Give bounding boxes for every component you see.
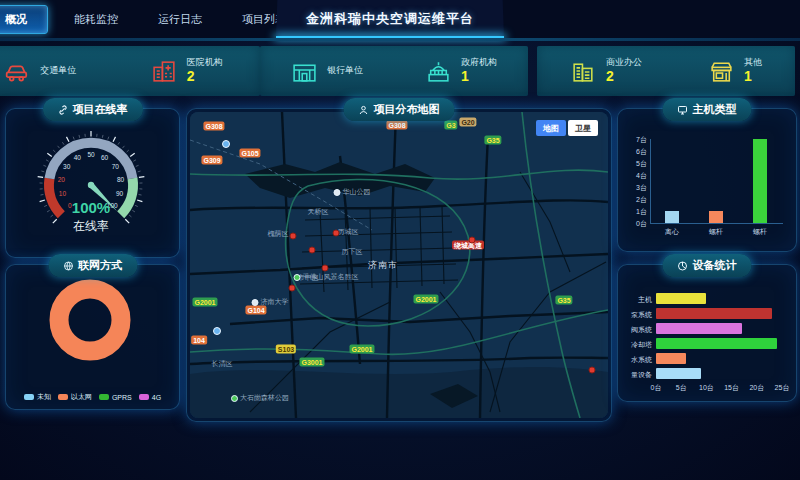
top-nav-bar: 概况能耗监控运行日志项目列表视频监控 金洲科瑞中央空调运维平台	[0, 0, 800, 38]
y-tick-label: 2台	[636, 195, 647, 205]
map-label-千佛山风景名胜区: 千佛山风景名胜区	[294, 272, 359, 282]
project-map[interactable]: G308G309G105G308G3G20G35绕城高速G35G2001G200…	[190, 112, 608, 418]
map-label-大石崮森林公园: 大石崮森林公园	[231, 393, 289, 403]
tab-运行日志[interactable]: 运行日志	[138, 0, 222, 38]
poi-dot	[334, 189, 341, 196]
stat-item-label: 医院机构	[187, 57, 223, 68]
tab-概况[interactable]: 概况	[0, 5, 48, 34]
stat-item-其他: 其他1	[708, 57, 762, 86]
legend-item-未知: 未知	[24, 392, 51, 402]
legend-label: 以太网	[71, 392, 92, 402]
map-label-长清区: 长清区	[212, 359, 233, 369]
stat-item-value: 1	[744, 68, 762, 86]
map-label-历下区: 历下区	[342, 247, 363, 257]
app-title: 金洲科瑞中央空调运维平台	[262, 0, 518, 37]
panel-network-type-header: 联网方式	[48, 254, 137, 277]
road-badge-G20: G20	[459, 118, 476, 127]
bar-螺杆	[753, 139, 767, 223]
row-label-量设备: 量设备	[631, 370, 652, 380]
project-marker[interactable]	[469, 237, 476, 244]
monitor-icon	[678, 105, 688, 115]
road-badge-104: 104	[191, 336, 207, 345]
project-marker[interactable]	[322, 265, 329, 272]
y-tick-label: 3台	[636, 183, 647, 193]
scenic-marker	[213, 327, 221, 335]
poi-dot	[294, 274, 301, 281]
row-label-水系统: 水系统	[631, 355, 652, 365]
panel-project-map-title: 项目分布地图	[374, 102, 440, 117]
globe-icon	[63, 261, 73, 271]
project-marker[interactable]	[289, 285, 296, 292]
svg-text:50: 50	[87, 151, 95, 158]
svg-text:40: 40	[74, 154, 82, 161]
panel-online-rate: 项目在线率 0102030405060708090100100%在线率	[5, 108, 180, 258]
poi-label: 济南大学	[261, 297, 289, 307]
stat-item-银行单位: 银行单位	[291, 58, 363, 85]
scenic-marker	[222, 140, 230, 148]
x-category-label: 离心	[665, 227, 679, 237]
y-tick-label: 6台	[636, 147, 647, 157]
road-badge-G308: G308	[203, 122, 224, 131]
hospital-icon	[151, 58, 178, 85]
map-label-华山公园: 华山公园	[334, 187, 371, 197]
map-mode-button-卫星[interactable]: 卫星	[568, 120, 598, 136]
stat-card: 交通单位医院机构2	[0, 46, 260, 96]
online-rate-gauge: 0102030405060708090100100%在线率	[6, 109, 179, 251]
stat-item-text: 交通单位	[40, 65, 76, 76]
poi-label: 大石崮森林公园	[240, 393, 289, 403]
poi-label: 千佛山风景名胜区	[303, 272, 359, 282]
svg-text:在线率: 在线率	[73, 219, 109, 233]
app-title-container: 金洲科瑞中央空调运维平台	[262, 0, 518, 37]
y-tick-label: 4台	[636, 171, 647, 181]
legend-item-以太网: 以太网	[58, 392, 92, 402]
bar-泵系统	[656, 308, 772, 319]
panel-project-map-header: 项目分布地图	[344, 98, 455, 121]
map-mode-button-地图[interactable]: 地图	[536, 120, 566, 136]
road-badge-G3: G3	[444, 121, 457, 130]
stat-item-text: 其他1	[744, 57, 762, 86]
map-canvas	[190, 112, 608, 418]
svg-text:60: 60	[101, 154, 109, 161]
bar-量设备	[656, 368, 701, 379]
host-type-bar-chart: 0台1台2台3台4台5台6台7台离心螺杆螺杆	[624, 131, 790, 247]
bar-主机	[656, 293, 706, 304]
legend-label: GPRS	[112, 394, 132, 401]
svg-text:20: 20	[58, 176, 66, 183]
project-marker[interactable]	[333, 230, 340, 237]
legend-label: 4G	[152, 394, 161, 401]
road-badge-绕城高速: 绕城高速	[452, 241, 484, 250]
panel-host-type: 主机类型 0台1台2台3台4台5台6台7台离心螺杆螺杆	[617, 108, 797, 252]
bar-螺杆	[709, 211, 723, 223]
stat-item-商业办公: 商业办公2	[570, 57, 642, 86]
map-label-济南市: 济南市	[368, 259, 398, 272]
legend-item-GPRS: GPRS	[99, 392, 132, 402]
project-marker[interactable]	[309, 247, 316, 254]
map-label-槐荫区: 槐荫区	[268, 229, 289, 239]
svg-text:80: 80	[117, 176, 125, 183]
svg-text:10: 10	[59, 190, 67, 197]
government-icon	[425, 58, 452, 85]
panel-online-rate-header: 项目在线率	[43, 98, 143, 121]
poi-label: 华山公园	[343, 187, 371, 197]
bar-水系统	[656, 353, 686, 364]
map-label-历城区: 历城区	[338, 227, 359, 237]
y-tick-label: 1台	[636, 207, 647, 217]
project-marker[interactable]	[589, 367, 596, 374]
legend-chip	[139, 394, 149, 400]
road-badge-G2001: G2001	[349, 345, 374, 354]
bank-icon	[291, 58, 318, 85]
stat-item-value: 1	[461, 68, 497, 86]
legend-label: 未知	[37, 392, 51, 402]
road-badge-G35: G35	[484, 136, 501, 145]
row-label-阀系统: 阀系统	[631, 325, 652, 335]
header-divider	[0, 38, 800, 41]
stat-item-政府机构: 政府机构1	[425, 57, 497, 86]
project-marker[interactable]	[290, 233, 297, 240]
road-badge-G2001: G2001	[192, 298, 217, 307]
stat-item-value: 2	[606, 68, 642, 86]
stat-item-text: 银行单位	[327, 65, 363, 76]
tab-能耗监控[interactable]: 能耗监控	[54, 0, 138, 38]
stat-item-label: 交通单位	[40, 65, 76, 76]
network-type-donut	[6, 265, 179, 373]
road-badge-G309: G309	[201, 156, 222, 165]
